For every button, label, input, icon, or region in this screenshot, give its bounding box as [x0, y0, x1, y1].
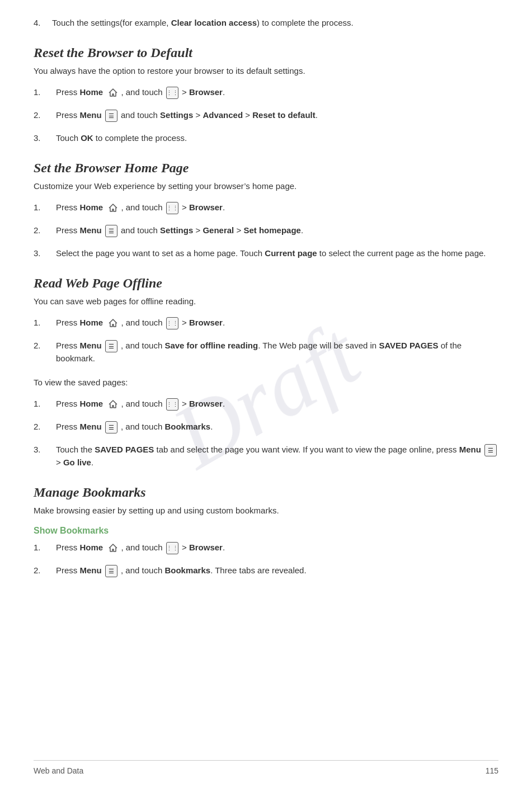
step-content: Press Menu ☰ and touch Settings > Advanc… [56, 109, 498, 122]
menu-label: Menu [80, 565, 102, 575]
step-content: Press Home , and touch ⋮⋮ > Browser. [56, 541, 498, 554]
home-icon [106, 202, 120, 214]
step-content: Press Home , and touch ⋮⋮ > Browser. [56, 317, 498, 329]
section-title-homepage: Set the Browser Home Page [34, 161, 498, 176]
step-content: Press Menu ☰ , and touch Bookmarks. [56, 421, 498, 433]
section-title-offline: Read Web Page Offline [34, 276, 498, 291]
step-content: Press Home , and touch ⋮⋮ > Browser. [56, 201, 498, 214]
step-content: Press Home , and touch ⋮⋮ > Browser. [56, 398, 498, 411]
footer: Web and Data 115 [34, 760, 498, 775]
step-number: 2. [34, 421, 56, 433]
step-content: Select the page you want to set as a hom… [56, 247, 498, 260]
sub-section-show-bookmarks: Show Bookmarks [34, 526, 498, 536]
step-item: 3. Touch OK to complete the process. [34, 132, 498, 145]
step-item: 1. Press Home , and touch ⋮⋮ > Browser. [34, 201, 498, 214]
step-content: Press Menu ☰ , and touch Bookmarks. Thre… [56, 564, 498, 577]
step-number: 1. [34, 398, 56, 411]
steps-offline: 1. Press Home , and touch ⋮⋮ > Browser. … [34, 317, 498, 365]
step-number: 2. [34, 340, 56, 352]
advanced-label: Advanced [203, 110, 243, 120]
step-number: 3. [34, 444, 56, 456]
home-label: Home [80, 87, 103, 97]
ok-label: OK [81, 133, 93, 143]
section-intro-offline: You can save web pages for offline readi… [34, 295, 498, 308]
home-label: Home [80, 543, 103, 552]
menu-icon: ☰ [105, 110, 117, 122]
apps-icon: ⋮⋮ [166, 202, 178, 214]
section-reset-browser: Reset the Browser to Default You always … [34, 45, 498, 145]
home-icon [106, 317, 120, 329]
menu-label2: Menu [459, 445, 481, 454]
menu-icon: ☰ [105, 340, 117, 352]
saved-pages-label: SAVED PAGES [379, 341, 438, 350]
saved-pages-intro: To view the saved pages: [34, 376, 498, 389]
home-icon [106, 398, 120, 411]
step-4-text: 4. Touch the settings(for example, Clear… [34, 17, 498, 30]
section-title-bookmarks: Manage Bookmarks [34, 485, 498, 500]
step-number: 2. [34, 564, 56, 577]
step-item: 2. Press Menu ☰ and touch Settings > Gen… [34, 224, 498, 237]
general-label: General [203, 225, 234, 235]
step-number: 2. [34, 109, 56, 122]
menu-icon: ☰ [105, 225, 117, 237]
step-number: 3. [34, 247, 56, 260]
step-number: 1. [34, 541, 56, 554]
step-item: 3. Touch the SAVED PAGES tab and select … [34, 444, 498, 469]
step-number: 1. [34, 317, 56, 329]
settings-label: Settings [160, 225, 193, 235]
home-label: Home [80, 399, 103, 408]
apps-icon: ⋮⋮ [166, 87, 178, 99]
section-title-reset: Reset the Browser to Default [34, 45, 498, 60]
steps-saved: 1. Press Home , and touch ⋮⋮ > Browser. … [34, 398, 498, 469]
bookmarks-label: Bookmarks [164, 422, 210, 431]
menu-icon: ☰ [105, 421, 117, 433]
footer-left: Web and Data [34, 766, 83, 775]
save-offline-label: Save for offline reading [164, 341, 258, 350]
menu-label: Menu [80, 341, 102, 350]
menu-label: Menu [80, 422, 102, 431]
step-item: 2. Press Menu ☰ , and touch Bookmarks. T… [34, 564, 498, 577]
browser-label: Browser [189, 318, 223, 327]
step-number: 2. [34, 224, 56, 237]
set-homepage-label: Set homepage [243, 225, 301, 235]
browser-label: Browser [189, 399, 223, 408]
home-icon [106, 87, 120, 99]
step-item: 1. Press Home , and touch ⋮⋮ > Browser. [34, 541, 498, 554]
step-content: Press Home , and touch ⋮⋮ > Browser. [56, 86, 498, 99]
steps-show-bookmarks: 1. Press Home , and touch ⋮⋮ > Browser. … [34, 541, 498, 577]
section-offline: Read Web Page Offline You can save web p… [34, 276, 498, 469]
go-live-label: Go live [63, 458, 91, 467]
step-content: Touch the SAVED PAGES tab and select the… [56, 444, 498, 469]
steps-homepage: 1. Press Home , and touch ⋮⋮ > Browser. … [34, 201, 498, 260]
step-item: 2. Press Menu ☰ and touch Settings > Adv… [34, 109, 498, 122]
reset-label: Reset to default [252, 110, 316, 120]
current-page-label: Current page [265, 248, 317, 258]
step-item: 1. Press Home , and touch ⋮⋮ > Browser. [34, 86, 498, 99]
browser-label: Browser [189, 202, 223, 212]
step-item: 1. Press Home , and touch ⋮⋮ > Browser. [34, 398, 498, 411]
menu-icon: ☰ [105, 565, 117, 577]
section-intro-reset: You always have the option to restore yo… [34, 65, 498, 78]
step-number: 1. [34, 201, 56, 214]
step-item: 3. Select the page you want to set as a … [34, 247, 498, 260]
settings-label: Settings [160, 110, 193, 120]
browser-label: Browser [189, 87, 223, 97]
section-intro-homepage: Customize your Web experience by setting… [34, 180, 498, 193]
bookmarks-label2: Bookmarks [164, 565, 210, 575]
home-icon [106, 542, 120, 554]
step-item: 2. Press Menu ☰ , and touch Save for off… [34, 340, 498, 365]
apps-icon: ⋮⋮ [166, 317, 178, 329]
section-bookmarks: Manage Bookmarks Make browsing easier by… [34, 485, 498, 578]
step-content: Touch OK to complete the process. [56, 132, 498, 145]
browser-label: Browser [189, 543, 223, 552]
home-label: Home [80, 318, 103, 327]
step-item: 2. Press Menu ☰ , and touch Bookmarks. [34, 421, 498, 433]
menu-label: Menu [80, 225, 102, 235]
clear-location-bold: Clear location access [171, 18, 257, 27]
steps-reset: 1. Press Home , and touch ⋮⋮ > Browser. … [34, 86, 498, 145]
step-item: 1. Press Home , and touch ⋮⋮ > Browser. [34, 317, 498, 329]
footer-right: 115 [486, 766, 498, 775]
menu-label: Menu [80, 110, 102, 120]
section-home-page: Set the Browser Home Page Customize your… [34, 161, 498, 260]
menu-icon2: ☰ [484, 444, 497, 456]
